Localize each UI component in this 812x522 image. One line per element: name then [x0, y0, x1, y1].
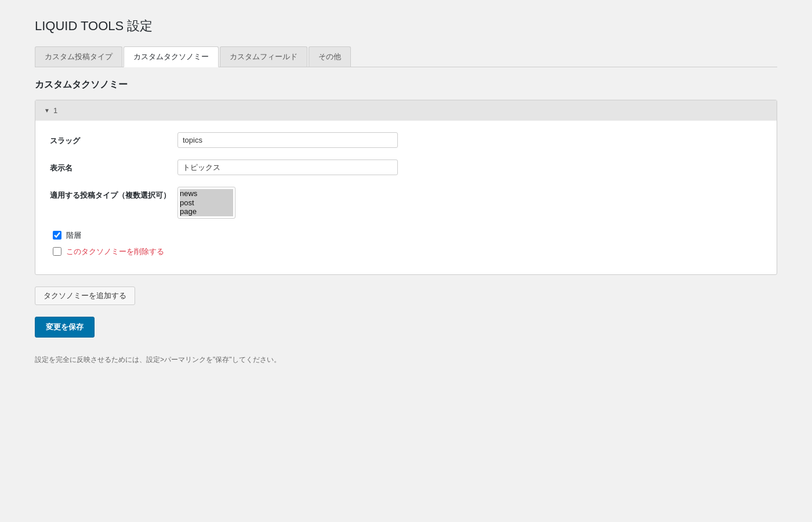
slug-row: スラッグ: [50, 132, 762, 148]
taxonomy-card-header[interactable]: ▼ 1: [35, 100, 777, 121]
footer-note: 設定を完全に反映させるためには、設定>パーマリンクを"保存"してください。: [35, 355, 777, 365]
hierarchy-label[interactable]: 階層: [66, 230, 81, 241]
save-button[interactable]: 変更を保存: [35, 317, 95, 338]
display-name-field-wrapper: [177, 160, 398, 175]
triangle-icon: ▼: [44, 107, 50, 114]
taxonomy-card: ▼ 1 スラッグ 表示名 適用する投稿タイプ（複数選択可） new: [35, 100, 777, 275]
post-type-row: 適用する投稿タイプ（複数選択可） news post page: [50, 187, 762, 219]
display-name-input[interactable]: [177, 160, 398, 175]
hierarchy-row: 階層: [50, 230, 762, 241]
section-title: カスタムタクソノミー: [35, 79, 777, 91]
tabs-bar: カスタム投稿タイプ カスタムタクソノミー カスタムフィールド その他: [35, 46, 777, 67]
display-name-row: 表示名: [50, 160, 762, 175]
slug-field-wrapper: [177, 132, 398, 148]
post-type-select-wrapper: news post page: [177, 187, 398, 219]
tab-custom-field[interactable]: カスタムフィールド: [220, 46, 307, 67]
taxonomy-card-body: スラッグ 表示名 適用する投稿タイプ（複数選択可） news post page: [35, 121, 777, 274]
post-type-select[interactable]: news post page: [177, 187, 235, 219]
tab-other[interactable]: その他: [309, 46, 351, 67]
delete-label[interactable]: このタクソノミーを削除する: [66, 246, 164, 257]
page-title: LIQUID TOOLS 設定: [35, 17, 777, 35]
tab-custom-taxonomy[interactable]: カスタムタクソノミー: [124, 46, 219, 67]
slug-input[interactable]: [177, 132, 398, 148]
delete-row: このタクソノミーを削除する: [50, 246, 762, 257]
add-taxonomy-button[interactable]: タクソノミーを追加する: [35, 287, 135, 305]
slug-label: スラッグ: [50, 132, 177, 146]
display-name-label: 表示名: [50, 160, 177, 173]
post-type-label: 適用する投稿タイプ（複数選択可）: [50, 187, 177, 201]
hierarchy-checkbox[interactable]: [53, 231, 61, 240]
taxonomy-card-number: 1: [53, 106, 57, 115]
tab-custom-post-type[interactable]: カスタム投稿タイプ: [35, 46, 122, 67]
delete-checkbox[interactable]: [53, 247, 61, 256]
